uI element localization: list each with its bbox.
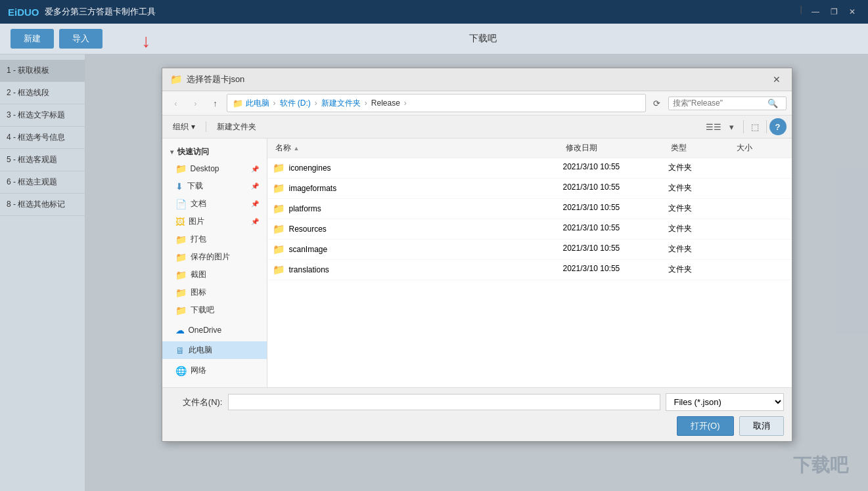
nav-up-button[interactable]: ↑ [207,95,224,112]
import-button[interactable]: 导入 [59,29,103,49]
breadcrumb-folder-icon: 📁 [233,98,243,108]
left-panel-item-computer[interactable]: 🖥 此电脑 [162,341,267,359]
file-folder-icon-resources: 📁 [273,223,285,235]
file-type-imageformats: 文件夹 [668,182,734,194]
left-panel-item-xiazaba[interactable]: 📁 下载吧 [162,301,267,319]
header-type[interactable]: 类型 [668,141,734,155]
left-panel-label-docs: 文档 [191,198,206,209]
breadcrumb-folder[interactable]: 新建文件夹 [321,98,361,109]
folder-icon-screenshots: 📁 [175,270,187,280]
organize-label: 组织 [173,121,189,133]
file-size-resources [734,223,787,235]
left-panel: ▾ 快速访问 📁 Desktop 📌 ⬇ 下 [162,139,267,387]
left-panel-label-desktop: Desktop [191,164,219,173]
sidebar-item-8[interactable]: 8 - 框选其他标记 [0,194,85,216]
dialog-titlebar-left: 📁 选择答题卡json [170,74,245,85]
file-type-translations: 文件夹 [668,264,734,276]
network-icon: 🌐 [175,366,187,376]
left-panel-label-download: 下载 [187,181,203,192]
new-folder-button[interactable]: 新建文件夹 [212,119,262,135]
sidebar-item-3[interactable]: 3 - 框选文字标题 [0,104,85,127]
file-folder-icon-imageformats: 📁 [273,182,285,194]
left-panel-label-pack: 打包 [191,234,206,245]
left-panel-item-desktop[interactable]: 📁 Desktop 📌 [162,160,267,177]
file-name-platforms: platforms [289,204,321,213]
open-button[interactable]: 打开(O) [677,416,734,436]
left-panel-label-computer: 此电脑 [189,345,212,356]
header-date[interactable]: 修改日期 [563,141,668,155]
network-section: 🌐 网络 [162,362,267,379]
sidebar: 1 - 获取模板 2 - 框选线段 3 - 框选文字标题 4 - 框选考号信息 … [0,54,85,491]
file-name-translations: translations [289,265,329,274]
breadcrumb[interactable]: 📁 此电脑 › 软件 (D:) › 新建文件夹 › Release › [227,94,646,112]
folder-icon-download: ⬇ [175,181,183,192]
breadcrumb-computer[interactable]: 此电脑 [246,98,269,109]
file-type-platforms: 文件夹 [668,203,734,215]
help-button[interactable]: ? [769,118,787,135]
file-item-iconengines[interactable]: 📁 iconengines 2021/3/10 10:55 文件夹 [267,158,792,179]
toolbar-separator [206,121,206,132]
nav-back-button[interactable]: ‹ [168,95,185,112]
cancel-button[interactable]: 取消 [739,416,784,436]
search-icon[interactable]: 🔍 [767,98,778,108]
sidebar-item-2[interactable]: 2 - 框选线段 [0,82,85,104]
view-list-button[interactable]: ☰☰ [705,118,722,135]
file-item-platforms[interactable]: 📁 platforms 2021/3/10 10:55 文件夹 [267,199,792,219]
minimize-button[interactable]: — [808,4,823,20]
left-panel-item-pack[interactable]: 📁 打包 [162,230,267,248]
view-dropdown-button[interactable]: ▾ [723,118,741,135]
file-name-cell-resources: 📁 Resources [273,223,563,235]
file-item-translations[interactable]: 📁 translations 2021/3/10 10:55 文件夹 [267,260,792,280]
dialog-folder-icon: 📁 [170,74,183,85]
left-panel-item-onedrive[interactable]: ☁ OneDrive [162,322,267,339]
dialog-toolbar: 组织 ▾ 新建文件夹 ☰☰ ▾ ⬚ ? [162,116,792,139]
new-button[interactable]: 新建 [11,29,54,49]
organize-chevron-icon: ▾ [191,122,195,131]
file-size-translations [734,264,787,276]
sidebar-item-1[interactable]: 1 - 获取模板 [0,60,85,82]
view-separator [743,120,744,133]
file-date-resources: 2021/3/10 10:55 [563,223,668,235]
file-size-scanimage [734,244,787,255]
organize-button[interactable]: 组织 ▾ [168,119,200,135]
left-panel-item-network[interactable]: 🌐 网络 [162,362,267,379]
file-folder-icon-translations: 📁 [273,264,285,276]
file-item-scanimage[interactable]: 📁 scanImage 2021/3/10 10:55 文件夹 [267,240,792,260]
file-item-resources[interactable]: 📁 Resources 2021/3/10 10:55 文件夹 [267,219,792,240]
restore-button[interactable]: ❐ [826,4,842,20]
file-name-imageformats: imageformats [289,184,337,193]
filetype-select[interactable]: Files (*.json) [666,393,784,411]
sidebar-item-5[interactable]: 5 - 框选客观题 [0,149,85,171]
left-panel-item-docs[interactable]: 📄 文档 📌 [162,195,267,213]
dialog-titlebar: 📁 选择答题卡json ✕ [162,68,792,91]
left-panel-item-saved-images[interactable]: 📁 保存的图片 [162,248,267,266]
folder-icon-xiazaba: 📁 [175,305,187,316]
quick-access-label: 快速访问 [177,146,209,158]
file-date-iconengines: 2021/3/10 10:55 [563,162,668,174]
file-list-header: 名称 ▲ 修改日期 类型 大小 [267,139,792,158]
file-item-imageformats[interactable]: 📁 imageformats 2021/3/10 10:55 文件夹 [267,179,792,199]
sidebar-item-4[interactable]: 4 - 框选考号信息 [0,127,85,149]
left-panel-label-icons: 图标 [191,287,206,298]
header-size[interactable]: 大小 [734,141,787,155]
close-button[interactable]: ✕ [844,4,860,20]
dialog-close-button[interactable]: ✕ [769,72,784,87]
nav-forward-button[interactable]: › [187,95,204,112]
view-pane-button[interactable]: ⬚ [746,118,764,135]
left-panel-item-download[interactable]: ⬇ 下载 📌 [162,177,267,195]
left-panel-item-icons[interactable]: 📁 图标 [162,284,267,301]
breadcrumb-release[interactable]: Release [371,98,400,108]
breadcrumb-drive[interactable]: 软件 (D:) [280,98,311,109]
file-name-cell-iconengines: 📁 iconengines [273,162,563,174]
search-input[interactable] [673,98,765,108]
filename-input[interactable] [228,394,660,410]
pin-icon-desktop: 📌 [251,165,259,173]
left-panel-item-images[interactable]: 🖼 图片 📌 [162,213,267,230]
filename-row: 文件名(N): Files (*.json) [170,393,784,411]
left-panel-item-screenshots[interactable]: 📁 截图 [162,266,267,284]
pin-icon-docs: 📌 [251,200,259,207]
refresh-button[interactable]: ⟳ [649,95,666,112]
header-name[interactable]: 名称 ▲ [273,141,563,155]
dialog-bottom: 文件名(N): Files (*.json) 打开(O) 取消 [162,387,792,441]
sidebar-item-6[interactable]: 6 - 框选主观题 [0,171,85,194]
